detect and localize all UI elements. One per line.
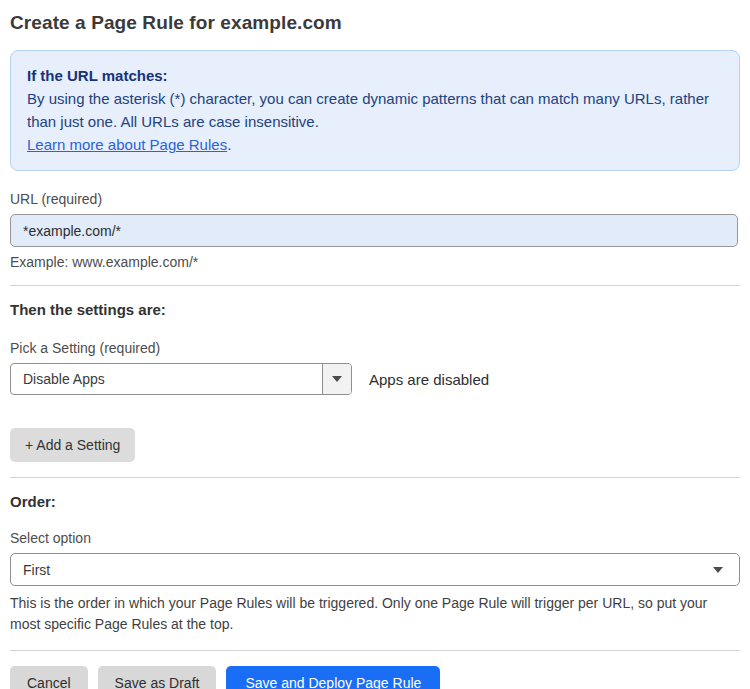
setting-dropdown-arrow-button[interactable]	[322, 364, 351, 394]
chevron-down-icon	[713, 567, 723, 573]
setting-status-text: Apps are disabled	[369, 371, 489, 388]
order-select-value: First	[23, 562, 50, 578]
order-select-label: Select option	[10, 530, 740, 546]
order-section-heading: Order:	[10, 493, 740, 510]
chevron-down-icon	[332, 376, 342, 382]
order-help-text: This is the order in which your Page Rul…	[10, 593, 740, 635]
page-rule-form: Create a Page Rule for example.com If th…	[0, 0, 750, 689]
setting-dropdown-value: Disable Apps	[11, 364, 322, 394]
save-as-draft-button[interactable]: Save as Draft	[98, 666, 217, 689]
cancel-button[interactable]: Cancel	[10, 666, 88, 689]
info-box-link-line: Learn more about Page Rules.	[27, 133, 723, 156]
form-actions: Cancel Save as Draft Save and Deploy Pag…	[10, 666, 740, 689]
info-box-heading: If the URL matches:	[27, 64, 723, 87]
save-and-deploy-button[interactable]: Save and Deploy Page Rule	[226, 666, 440, 689]
settings-section-heading: Then the settings are:	[10, 301, 740, 318]
setting-picker-label: Pick a Setting (required)	[10, 340, 740, 356]
url-match-info-box: If the URL matches: By using the asteris…	[10, 50, 740, 171]
link-suffix: .	[227, 136, 231, 153]
url-input[interactable]	[10, 214, 738, 247]
section-divider	[10, 285, 740, 286]
section-divider	[10, 650, 740, 651]
page-title: Create a Page Rule for example.com	[10, 12, 740, 34]
setting-dropdown[interactable]: Disable Apps	[10, 363, 352, 395]
order-select[interactable]: First	[10, 553, 740, 586]
add-setting-button[interactable]: + Add a Setting	[10, 428, 135, 462]
section-divider	[10, 477, 740, 478]
info-box-body: By using the asterisk (*) character, you…	[27, 87, 723, 133]
url-field-label: URL (required)	[10, 191, 740, 207]
url-field-example: Example: www.example.com/*	[10, 254, 740, 270]
setting-row: Disable Apps Apps are disabled	[10, 363, 740, 395]
learn-more-link[interactable]: Learn more about Page Rules	[27, 136, 227, 153]
